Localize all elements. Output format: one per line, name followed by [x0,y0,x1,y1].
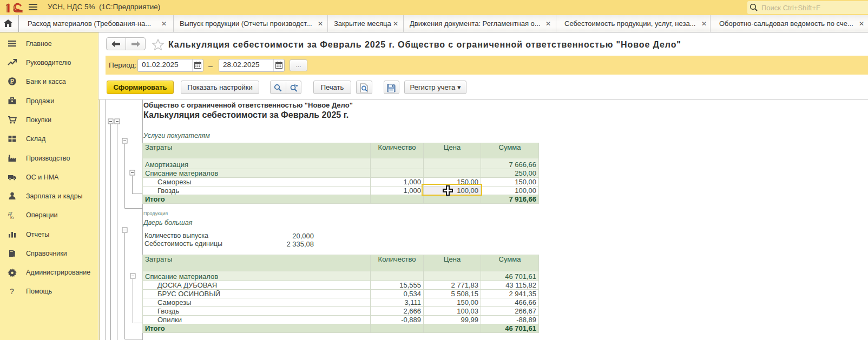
svg-text:Кт: Кт [10,216,15,219]
svg-text:?: ? [10,287,14,296]
